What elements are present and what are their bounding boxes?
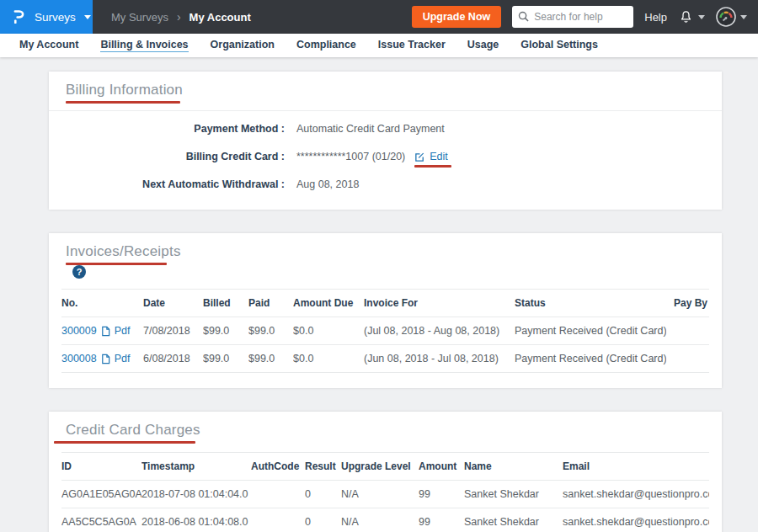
tab-usage[interactable]: Usage: [456, 39, 510, 52]
next-withdrawal-value: Aug 08, 2018: [296, 178, 359, 190]
edit-pencil-icon[interactable]: [414, 152, 425, 162]
cell-invoice-for: (Jul 08, 2018 - Aug 08, 2018): [364, 317, 515, 345]
invoice-pdf-link[interactable]: Pdf: [115, 353, 131, 364]
col-result: Result: [305, 453, 341, 481]
tab-compliance[interactable]: Compliance: [286, 39, 367, 52]
cell-date: 6/08/2018: [143, 345, 203, 373]
red-underline-annotation: [66, 101, 180, 104]
billing-credit-card-row: Billing Credit Card : ************1007 (…: [66, 151, 705, 162]
cell-timestamp: 2018-07-08 01:04:04.0: [141, 481, 251, 508]
cell-amount-due: $0.0: [293, 345, 364, 373]
tab-billing-invoices[interactable]: Billing & Invoices: [89, 39, 199, 52]
pdf-file-icon[interactable]: [100, 354, 111, 364]
chevron-down-icon: [84, 15, 91, 19]
invoices-header-row: No. Date Billed Paid Amount Due Invoice …: [61, 290, 709, 317]
billing-credit-card-label: Billing Credit Card :: [66, 151, 285, 162]
chevron-down-icon: [698, 15, 705, 19]
cell-upgrade-level: N/A: [341, 508, 419, 532]
tab-issue-tracker[interactable]: Issue Tracker: [367, 39, 456, 52]
search-icon: [518, 11, 529, 22]
charges-header-row: ID Timestamp AuthCode Result Upgrade Lev…: [61, 453, 709, 481]
payment-method-label: Payment Method :: [66, 123, 285, 135]
col-email: Email: [563, 453, 709, 481]
cell-result: 0: [305, 481, 341, 508]
col-invoice-for: Invoice For: [364, 290, 515, 317]
product-switcher[interactable]: Surveys: [0, 0, 93, 34]
cell-date: 7/08/2018: [143, 317, 203, 345]
help-link[interactable]: Help: [644, 11, 667, 24]
invoices-receipts-title: Invoices/Receipts: [66, 243, 181, 260]
cell-authcode: [251, 481, 305, 508]
cell-id: AA5C5C5AG0A: [61, 508, 141, 532]
invoices-receipts-card: Invoices/Receipts ? No. Date Billed Paid…: [49, 233, 722, 388]
notifications-menu[interactable]: [678, 9, 705, 25]
questionpro-logo-icon: [12, 8, 26, 25]
pdf-file-icon[interactable]: [100, 326, 111, 337]
col-paid: Paid: [248, 290, 293, 317]
cell-name: Sanket Shekdar: [464, 508, 563, 532]
bell-icon: [678, 9, 694, 25]
col-upgrade-level: Upgrade Level: [341, 453, 419, 481]
invoice-number-link[interactable]: 300008: [61, 353, 97, 364]
billing-credit-card-value: ************1007 (01/20): [296, 151, 405, 162]
col-billed: Billed: [203, 290, 248, 317]
col-name: Name: [464, 453, 563, 481]
search-input[interactable]: [512, 6, 633, 28]
payment-method-row: Payment Method : Automatic Credit Card P…: [66, 123, 705, 135]
col-pay-by: Pay By: [666, 290, 709, 317]
help-search: [512, 6, 633, 28]
edit-credit-card-link[interactable]: Edit: [430, 151, 448, 162]
invoice-number-link[interactable]: 300009: [61, 325, 97, 337]
invoices-table: No. Date Billed Paid Amount Due Invoice …: [61, 289, 709, 373]
breadcrumb-separator-icon: ›: [177, 10, 181, 24]
cell-paid: $99.0: [248, 345, 293, 373]
next-withdrawal-row: Next Automatic Withdrawal : Aug 08, 2018: [66, 178, 705, 190]
cell-amount-due: $0.0: [293, 317, 364, 345]
help-icon[interactable]: ?: [72, 265, 86, 279]
payment-method-value: Automatic Credit Card Payment: [296, 123, 445, 135]
account-nav: My Account Billing & Invoices Organizati…: [0, 34, 758, 57]
top-bar: Surveys My Surveys › My Account Upgrade …: [0, 0, 758, 34]
col-status: Status: [515, 290, 666, 317]
invoice-pdf-link[interactable]: Pdf: [115, 325, 131, 337]
col-amount-due: Amount Due: [293, 290, 364, 317]
cell-status: Payment Received (Credit Card): [515, 345, 666, 373]
tab-organization[interactable]: Organization: [200, 39, 286, 52]
cell-timestamp: 2018-06-08 01:04:08.0: [141, 508, 251, 532]
charges-table: ID Timestamp AuthCode Result Upgrade Lev…: [61, 452, 709, 532]
breadcrumb: My Surveys › My Account: [111, 10, 251, 24]
upgrade-now-button[interactable]: Upgrade Now: [412, 6, 502, 28]
account-menu[interactable]: [716, 7, 747, 27]
cell-amount: 99: [419, 508, 464, 532]
tab-global-settings[interactable]: Global Settings: [510, 39, 609, 52]
cell-paid: $99.0: [248, 317, 293, 345]
cell-result: 0: [305, 508, 341, 532]
cell-billed: $99.0: [203, 317, 248, 345]
product-name: Surveys: [35, 11, 76, 24]
col-timestamp: Timestamp: [141, 453, 251, 481]
col-no: No.: [61, 290, 143, 317]
credit-card-charges-title: Credit Card Charges: [66, 422, 200, 439]
next-withdrawal-label: Next Automatic Withdrawal :: [66, 178, 285, 190]
cell-amount: 99: [419, 481, 464, 508]
chevron-down-icon: [740, 15, 747, 19]
cell-email: sanket.shekdar@questionpro.com: [563, 481, 709, 508]
cell-id: AG0A1E05AG0A: [61, 481, 141, 508]
billing-information-title: Billing Information: [66, 82, 183, 98]
cell-pay-by: [666, 345, 709, 373]
table-row: AG0A1E05AG0A 2018-07-08 01:04:04.0 0 N/A…: [61, 481, 709, 508]
red-underline-annotation: [54, 441, 195, 444]
tab-my-account[interactable]: My Account: [8, 39, 89, 52]
red-underline-annotation: [414, 165, 451, 168]
table-row: 300009 Pdf 7/08/2018 $99.0 $99.0 $0.0 (J…: [61, 317, 709, 345]
billing-information-card: Billing Information Payment Method : Aut…: [49, 72, 722, 210]
col-authcode: AuthCode: [251, 453, 305, 481]
table-row: AA5C5C5AG0A 2018-06-08 01:04:08.0 0 N/A …: [61, 508, 709, 532]
cell-pay-by: [666, 317, 709, 345]
cell-authcode: [251, 508, 305, 532]
cell-status: Payment Received (Credit Card): [515, 317, 666, 345]
table-row: 300008 Pdf 6/08/2018 $99.0 $99.0 $0.0 (J…: [61, 345, 709, 373]
avatar-gauge-icon: [716, 7, 736, 27]
cell-email: sanket.shekdar@questionpro.com: [563, 508, 709, 532]
breadcrumb-my-surveys[interactable]: My Surveys: [111, 11, 168, 24]
